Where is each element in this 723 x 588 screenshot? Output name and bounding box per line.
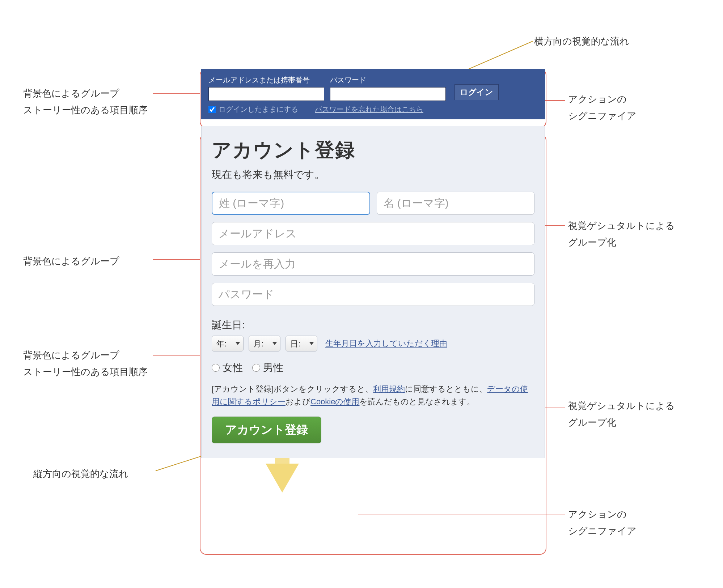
register-button[interactable]: アカウント登録 [212, 417, 321, 443]
annot-bg-group-1: 背景色によるグループ [23, 85, 119, 101]
gender-male[interactable]: 男性 [252, 361, 283, 375]
forgot-password-link[interactable]: パスワードを忘れた場合はこちら [315, 105, 423, 114]
gender-female[interactable]: 女性 [212, 361, 243, 375]
login-email-label: メールアドレスまたは携帯番号 [208, 75, 324, 85]
annot-horizontal-flow: 横方向の視覚的な流れ [534, 33, 629, 49]
registration-form: 誕生日: 年: 月: 日: 生年月日を入力していただく理由 女性 男性 [アカウ… [212, 192, 534, 443]
page-title: アカウント登録 [212, 137, 534, 163]
annot-gestalt-1b: グループ化 [568, 234, 616, 250]
birthday-row: 年: 月: 日: 生年月日を入力していただく理由 [212, 336, 534, 351]
annot-gestalt-1a: 視覚ゲシュタルトによる [568, 218, 675, 234]
gender-row: 女性 男性 [212, 361, 534, 375]
annot-gestalt-2b: グループ化 [568, 414, 616, 430]
app-panel: メールアドレスまたは携帯番号 パスワード ログイン ログインしたままにする パス… [201, 69, 545, 458]
annot-story-1: ストーリー性のある項目順序 [23, 102, 148, 118]
first-name-input[interactable] [377, 192, 534, 215]
birthday-why-link[interactable]: 生年月日を入力していただく理由 [325, 338, 447, 349]
annot-vertical-flow: 縦方向の視覚的な流れ [33, 466, 128, 482]
email-input[interactable] [212, 222, 534, 245]
login-password-field: パスワード [330, 75, 446, 101]
stay-logged-in[interactable]: ログインしたままにする [208, 105, 298, 114]
annot-bg-group-3: 背景色によるグループ [23, 347, 119, 363]
login-password-input[interactable] [330, 87, 446, 101]
birth-day-select[interactable]: 日: [286, 336, 317, 351]
birth-year-select[interactable]: 年: [212, 336, 244, 351]
email-confirm-input[interactable] [212, 252, 534, 276]
tos-link[interactable]: 利用規約 [373, 384, 405, 393]
annot-story-2: ストーリー性のある項目順序 [23, 364, 148, 380]
annot-gestalt-2a: 視覚ゲシュタルトによる [568, 398, 675, 414]
annot-action-2b: シグニファイア [568, 523, 637, 539]
annot-action-2a: アクションの [568, 506, 627, 522]
registration-panel: アカウント登録 現在も将来も無料です。 誕生日: 年: 月: 日: 生年月日を入… [201, 126, 545, 458]
annot-action-1a: アクションの [568, 91, 627, 107]
cookie-policy-link[interactable]: Cookieの使用 [310, 397, 359, 406]
annot-action-1b: シグニファイア [568, 108, 637, 124]
gender-male-radio[interactable] [252, 364, 260, 372]
gender-male-label: 男性 [263, 361, 283, 375]
stay-logged-label: ログインしたままにする [219, 105, 298, 114]
login-button[interactable]: ログイン [454, 84, 499, 100]
birth-month-select[interactable]: 月: [249, 336, 280, 351]
birthday-label: 誕生日: [212, 318, 534, 332]
login-email-field: メールアドレスまたは携帯番号 [208, 75, 324, 101]
last-name-input[interactable] [212, 192, 370, 215]
login-password-label: パスワード [330, 75, 446, 85]
login-email-input[interactable] [208, 87, 324, 101]
login-bar: メールアドレスまたは携帯番号 パスワード ログイン ログインしたままにする パス… [201, 69, 545, 119]
terms-text: [アカウント登録]ボタンをクリックすると、利用規約に同意するとともに、データの使… [212, 383, 534, 408]
gender-female-label: 女性 [223, 361, 243, 375]
annot-bg-group-2: 背景色によるグループ [23, 253, 119, 269]
page-subhead: 現在も将来も無料です。 [212, 168, 534, 182]
stay-logged-checkbox[interactable] [208, 106, 216, 113]
gender-female-radio[interactable] [212, 364, 220, 372]
password-input[interactable] [212, 283, 534, 306]
